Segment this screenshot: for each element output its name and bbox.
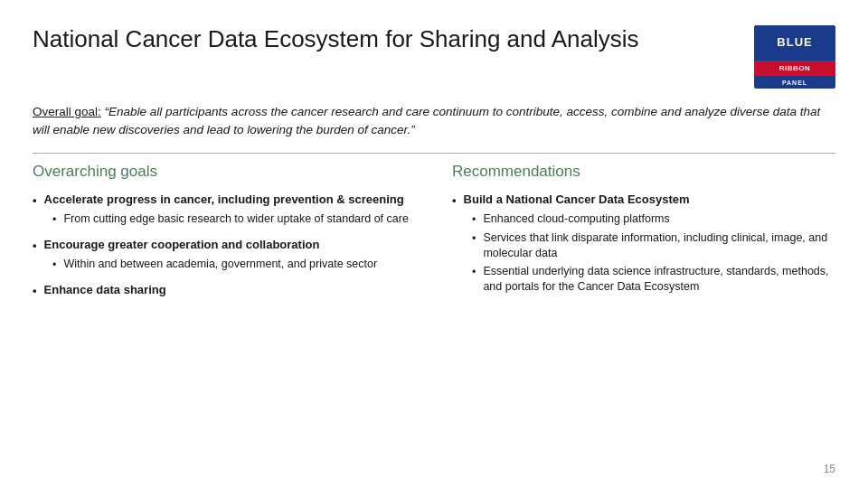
right-bullet-sub-1-3: • Essential underlying data science infr… xyxy=(452,264,835,295)
header-area: National Cancer Data Ecosystem for Shari… xyxy=(33,25,835,89)
logo-ribbon-text: RIBBON xyxy=(779,64,811,72)
slide: National Cancer Data Ecosystem for Shari… xyxy=(0,0,868,488)
left-bullet-group-1: • Accelerate progress in cancer, includi… xyxy=(33,192,416,228)
left-bullet-sub-text-1-1: From cutting edge basic research to wide… xyxy=(63,211,408,227)
left-bullet-main-text-2: Encourage greater cooperation and collab… xyxy=(44,237,320,253)
left-bullet-main-text-1: Accelerate progress in cancer, including… xyxy=(44,192,404,208)
bullet-dot-icon: • xyxy=(33,192,37,209)
left-bullet-sub-1-1: • From cutting edge basic research to wi… xyxy=(33,211,416,228)
overall-goal-label: Overall goal: xyxy=(33,105,101,118)
left-bullet-group-2: • Encourage greater cooperation and coll… xyxy=(33,237,416,273)
left-column-heading: Overarching goals xyxy=(33,163,416,181)
right-bullet-main-1: • Build a National Cancer Data Ecosystem xyxy=(452,192,835,209)
logo-box: BLUE RIBBON PANEL xyxy=(754,25,835,89)
left-column: Overarching goals • Accelerate progress … xyxy=(33,163,443,308)
sub-bullet-dot-icon: • xyxy=(52,212,56,228)
left-bullet-group-3: • Enhance data sharing xyxy=(33,282,416,299)
right-bullet-sub-text-1-3: Essential underlying data science infras… xyxy=(483,264,835,295)
left-bullet-sub-text-2-1: Within and between academia, government,… xyxy=(63,257,377,272)
sub-bullet-dot-icon: • xyxy=(472,212,476,228)
sub-bullet-dot-icon: • xyxy=(472,231,476,247)
bullet-dot-icon: • xyxy=(452,192,457,209)
overall-goal: Overall goal: “Enable all participants a… xyxy=(33,103,835,140)
right-bullet-sub-text-1-1: Enhanced cloud-computing platforms xyxy=(483,211,669,227)
right-bullet-sub-1-2: • Services that link disparate informati… xyxy=(452,230,835,261)
left-bullet-main-1: • Accelerate progress in cancer, includi… xyxy=(33,192,416,209)
logo-blue-part: BLUE xyxy=(754,25,835,61)
columns-area: Overarching goals • Accelerate progress … xyxy=(33,163,835,308)
left-bullet-main-2: • Encourage greater cooperation and coll… xyxy=(33,237,416,254)
section-divider xyxy=(33,153,835,154)
sub-bullet-dot-icon: • xyxy=(472,265,476,280)
page-number: 15 xyxy=(824,463,835,475)
logo-ribbon-part: RIBBON xyxy=(754,61,835,77)
left-bullet-main-text-3: Enhance data sharing xyxy=(44,282,166,298)
sub-bullet-dot-icon: • xyxy=(52,258,56,273)
right-bullet-sub-1-1: • Enhanced cloud-computing platforms xyxy=(452,211,835,228)
right-column: Recommendations • Build a National Cance… xyxy=(443,163,835,308)
right-bullet-group-1: • Build a National Cancer Data Ecosystem… xyxy=(452,192,835,295)
right-bullet-main-text-1: Build a National Cancer Data Ecosystem xyxy=(464,192,690,208)
right-bullet-sub-text-1-2: Services that link disparate information… xyxy=(483,230,835,261)
right-column-heading: Recommendations xyxy=(452,163,835,181)
slide-title: National Cancer Data Ecosystem for Shari… xyxy=(33,25,736,53)
left-bullet-sub-2-1: • Within and between academia, governmen… xyxy=(33,257,416,273)
logo-panel-part: PANEL xyxy=(754,76,835,89)
logo-blue-text: BLUE xyxy=(777,36,812,49)
bullet-dot-icon: • xyxy=(33,283,37,299)
logo-panel-text: PANEL xyxy=(782,80,807,86)
bullet-dot-icon: • xyxy=(33,238,37,254)
left-bullet-main-3: • Enhance data sharing xyxy=(33,282,416,299)
overall-goal-text: “Enable all participants across the canc… xyxy=(33,105,820,136)
